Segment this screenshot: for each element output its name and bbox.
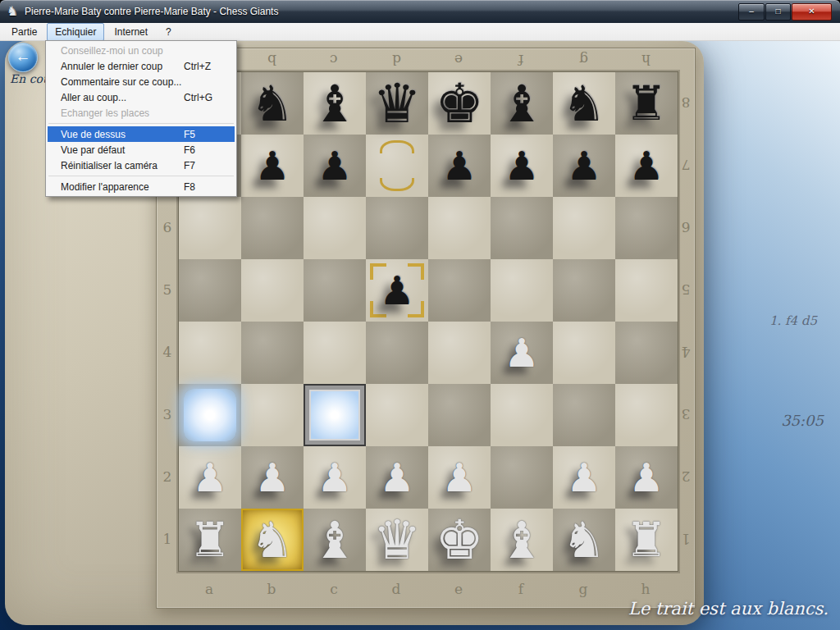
square-h3[interactable] xyxy=(615,384,678,446)
black-pawn-g7[interactable]: ♟ xyxy=(553,135,615,197)
white-king-e1[interactable]: ♚ xyxy=(428,509,491,571)
menu-item[interactable]: Vue par défautF6 xyxy=(48,142,235,158)
square-e7[interactable]: ♟ xyxy=(428,135,491,197)
white-pawn-a2[interactable]: ♟ xyxy=(179,446,241,509)
square-h1[interactable]: ♜ xyxy=(615,509,678,571)
white-bishop-c1[interactable]: ♝ xyxy=(304,509,366,571)
square-h8[interactable]: ♜ xyxy=(615,72,678,135)
square-e8[interactable]: ♚ xyxy=(428,72,491,135)
black-rook-h8[interactable]: ♜ xyxy=(615,72,678,135)
square-g5[interactable] xyxy=(553,259,615,322)
black-bishop-c8[interactable]: ♝ xyxy=(304,72,366,135)
menubar-item-partie[interactable]: Partie xyxy=(3,23,45,41)
black-queen-d8[interactable]: ♛ xyxy=(366,72,428,135)
square-a4[interactable] xyxy=(179,322,241,384)
square-h2[interactable]: ♟ xyxy=(615,446,678,509)
square-b1[interactable]: ♞ xyxy=(241,509,304,571)
square-e3[interactable] xyxy=(428,384,491,446)
square-d3[interactable] xyxy=(366,384,428,446)
square-h6[interactable] xyxy=(615,197,678,259)
square-b5[interactable] xyxy=(241,259,304,322)
white-pawn-b2[interactable]: ♟ xyxy=(241,446,304,509)
menu-item[interactable]: Commentaire sur ce coup... xyxy=(48,74,235,89)
square-f1[interactable]: ♝ xyxy=(491,509,553,571)
square-f4[interactable]: ♟ xyxy=(491,322,553,384)
square-f3[interactable] xyxy=(491,384,553,446)
square-d6[interactable] xyxy=(366,197,428,259)
white-rook-a1[interactable]: ♜ xyxy=(179,509,241,571)
menu-item[interactable]: Echanger les places xyxy=(48,105,235,121)
black-pawn-c7[interactable]: ♟ xyxy=(304,135,366,197)
square-c8[interactable]: ♝ xyxy=(304,72,366,135)
square-f5[interactable] xyxy=(491,259,553,322)
white-queen-d1[interactable]: ♛ xyxy=(366,509,428,571)
white-pawn-c2[interactable]: ♟ xyxy=(304,446,366,509)
maximize-button[interactable]: □ xyxy=(765,3,791,21)
black-pawn-d5[interactable]: ♟ xyxy=(366,259,428,322)
square-e6[interactable] xyxy=(428,197,491,259)
white-bishop-f1[interactable]: ♝ xyxy=(491,509,553,571)
menu-item[interactable]: Aller au coup...Ctrl+G xyxy=(48,89,235,105)
square-c5[interactable] xyxy=(304,259,366,322)
black-bishop-f8[interactable]: ♝ xyxy=(491,72,553,135)
square-g4[interactable] xyxy=(553,322,615,384)
square-b3[interactable] xyxy=(241,384,304,446)
black-pawn-e7[interactable]: ♟ xyxy=(428,135,491,197)
square-g6[interactable] xyxy=(553,197,615,259)
square-b4[interactable] xyxy=(241,322,304,384)
white-pawn-g2[interactable]: ♟ xyxy=(553,446,615,509)
square-h7[interactable]: ♟ xyxy=(615,135,678,197)
square-f7[interactable]: ♟ xyxy=(491,135,553,197)
square-h5[interactable] xyxy=(615,259,678,322)
square-d5[interactable]: ♟ xyxy=(366,259,428,322)
white-pawn-e2[interactable]: ♟ xyxy=(428,446,491,509)
menu-item[interactable]: Conseillez-moi un coup xyxy=(48,43,235,58)
square-b2[interactable]: ♟ xyxy=(241,446,304,509)
square-c4[interactable] xyxy=(304,322,366,384)
menubar-item-internet[interactable]: Internet xyxy=(106,23,156,41)
square-c2[interactable]: ♟ xyxy=(304,446,366,509)
square-d2[interactable]: ♟ xyxy=(366,446,428,509)
square-e4[interactable] xyxy=(428,322,491,384)
white-rook-h1[interactable]: ♜ xyxy=(615,509,678,571)
menu-item[interactable]: Vue de dessusF5 xyxy=(48,126,235,142)
square-h4[interactable] xyxy=(615,322,678,384)
menubar-item-?[interactable]: ? xyxy=(158,23,180,41)
square-f2[interactable] xyxy=(491,446,553,509)
square-f6[interactable] xyxy=(491,197,553,259)
square-g8[interactable]: ♞ xyxy=(553,72,615,135)
square-g3[interactable] xyxy=(553,384,615,446)
back-button[interactable]: ← xyxy=(8,43,38,72)
close-button[interactable]: ✕ xyxy=(792,3,832,21)
square-e2[interactable]: ♟ xyxy=(428,446,491,509)
white-pawn-f4[interactable]: ♟ xyxy=(491,322,553,384)
square-d1[interactable]: ♛ xyxy=(366,509,428,571)
square-a3[interactable] xyxy=(179,384,241,446)
white-pawn-d2[interactable]: ♟ xyxy=(366,446,428,509)
square-g7[interactable]: ♟ xyxy=(553,135,615,197)
black-knight-b8[interactable]: ♞ xyxy=(241,72,304,135)
square-g2[interactable]: ♟ xyxy=(553,446,615,509)
menu-item[interactable]: Annuler le dernier coupCtrl+Z xyxy=(48,58,235,74)
square-a1[interactable]: ♜ xyxy=(179,509,241,571)
square-c6[interactable] xyxy=(304,197,366,259)
menu-item[interactable]: Réinitialiser la caméraF7 xyxy=(48,158,235,173)
square-b7[interactable]: ♟ xyxy=(241,135,304,197)
black-king-e8[interactable]: ♚ xyxy=(428,72,491,135)
square-a6[interactable] xyxy=(179,197,241,259)
square-d4[interactable] xyxy=(366,322,428,384)
square-a2[interactable]: ♟ xyxy=(179,446,241,509)
square-c1[interactable]: ♝ xyxy=(304,509,366,571)
white-knight-g1[interactable]: ♞ xyxy=(553,509,615,571)
menubar-item-echiquier[interactable]: Echiquier xyxy=(47,23,104,41)
square-d7[interactable] xyxy=(366,135,428,197)
square-c3[interactable] xyxy=(304,384,366,446)
minimize-button[interactable]: – xyxy=(738,3,765,21)
square-a5[interactable] xyxy=(179,259,241,322)
black-pawn-f7[interactable]: ♟ xyxy=(491,135,553,197)
square-e5[interactable] xyxy=(428,259,491,322)
square-b6[interactable] xyxy=(241,197,304,259)
square-g1[interactable]: ♞ xyxy=(553,509,615,571)
white-knight-b1[interactable]: ♞ xyxy=(241,509,304,571)
square-e1[interactable]: ♚ xyxy=(428,509,491,571)
